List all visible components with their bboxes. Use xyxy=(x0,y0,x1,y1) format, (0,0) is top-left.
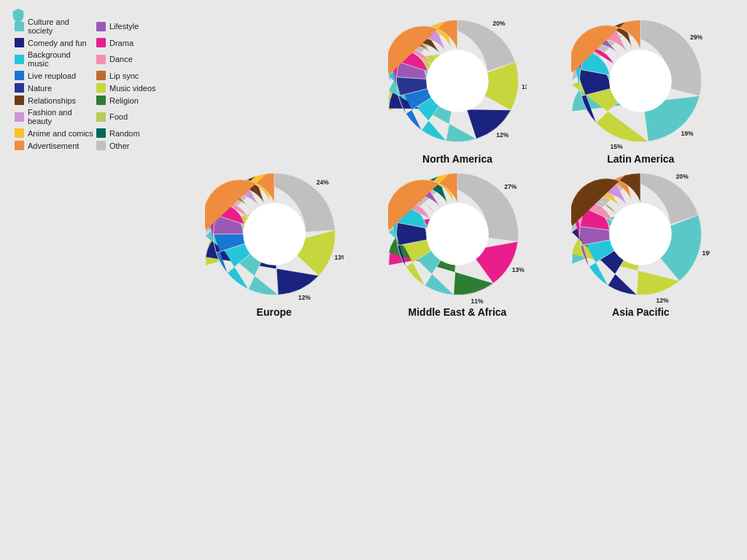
legend-item: Relationships xyxy=(15,96,93,105)
legend-swatch xyxy=(15,96,24,105)
svg-text:19%: 19% xyxy=(703,249,711,257)
logo-icon xyxy=(10,7,26,23)
legend-label: Nature xyxy=(28,84,52,93)
svg-text:15%: 15% xyxy=(611,143,624,150)
legend-item: Religion xyxy=(96,96,175,105)
legend-label: Fashion and beauty xyxy=(28,108,93,125)
legend-label: Comedy and fun xyxy=(28,39,87,47)
svg-text:13%: 13% xyxy=(334,254,343,261)
legend-label: Relationships xyxy=(28,96,76,105)
legend-label: Lip sync xyxy=(109,71,139,80)
chart-label: Europe xyxy=(257,306,292,318)
legend-item: Nature xyxy=(15,83,93,93)
svg-point-4 xyxy=(610,50,673,112)
legend-swatch xyxy=(96,55,106,64)
svg-point-0 xyxy=(426,50,489,112)
content-area: Culture and societyLifestyleComedy and f… xyxy=(15,12,732,318)
svg-text:13%: 13% xyxy=(512,266,525,273)
legend-label: Music videos xyxy=(109,84,156,93)
chart-cell: 24%13%12%Europe xyxy=(182,165,365,318)
svg-text:20%: 20% xyxy=(676,173,689,180)
legend-swatch xyxy=(15,38,24,47)
legend-label: Food xyxy=(109,112,128,121)
legend-item: Dance xyxy=(96,50,175,68)
chart-label: Asia Pacific xyxy=(612,306,670,318)
legend-label: Dance xyxy=(109,55,133,63)
legend-swatch xyxy=(15,71,24,80)
legend-label: Lifestyle xyxy=(109,22,139,31)
chart-cell xyxy=(182,12,365,165)
legend-swatch xyxy=(15,112,24,122)
svg-point-8 xyxy=(243,203,306,265)
chart-cell: 20%19%12%Asia Pacific xyxy=(549,165,732,318)
legend-label: Random xyxy=(109,129,140,138)
legend-swatch xyxy=(96,112,106,122)
legend-swatch xyxy=(96,22,106,31)
legend-item: Music videos xyxy=(96,83,175,93)
legend-label: Culture and society xyxy=(28,18,93,35)
svg-text:29%: 29% xyxy=(690,34,703,41)
legend: Culture and societyLifestyleComedy and f… xyxy=(15,15,175,318)
legend-label: Drama xyxy=(109,39,133,47)
legend-swatch xyxy=(96,71,106,80)
logo xyxy=(10,7,30,23)
svg-text:12%: 12% xyxy=(298,294,311,301)
svg-point-12 xyxy=(426,203,489,265)
legend-label: Background music xyxy=(28,50,93,68)
chart-cell: 29%19%15%Latin America xyxy=(549,12,732,165)
legend-label: Anime and comics xyxy=(28,129,93,138)
svg-text:12%: 12% xyxy=(496,131,509,139)
svg-text:27%: 27% xyxy=(504,183,517,190)
chart-label: Latin America xyxy=(607,153,674,165)
svg-text:20%: 20% xyxy=(492,20,506,27)
legend-item: Lifestyle xyxy=(96,18,175,35)
legend-item: Advertisement xyxy=(15,141,93,150)
legend-swatch xyxy=(15,83,24,93)
legend-swatch xyxy=(96,96,106,105)
legend-label: Religion xyxy=(109,96,139,105)
legend-swatch xyxy=(15,55,24,64)
legend-item: Random xyxy=(96,128,175,138)
legend-swatch xyxy=(96,38,106,47)
chart-cell: 27%13%11%Middle East & Africa xyxy=(365,165,549,318)
svg-text:13%: 13% xyxy=(522,83,527,90)
legend-item: Comedy and fun xyxy=(15,38,93,47)
legend-item: Other xyxy=(96,141,175,150)
page: Culture and societyLifestyleComedy and f… xyxy=(0,0,747,560)
legend-swatch xyxy=(96,128,106,138)
legend-swatch xyxy=(15,128,24,138)
charts-area: 20%13%12%North America29%19%15%Latin Ame… xyxy=(175,12,732,318)
legend-swatch xyxy=(15,141,24,150)
legend-label: Advertisement xyxy=(28,141,79,150)
legend-label: Other xyxy=(109,141,130,150)
legend-item: Live reupload xyxy=(15,71,93,80)
chart-label: Middle East & Africa xyxy=(409,306,507,318)
svg-point-16 xyxy=(610,203,673,265)
chart-label: North America xyxy=(422,153,492,165)
legend-swatch xyxy=(96,83,106,93)
svg-text:11%: 11% xyxy=(471,298,484,303)
svg-text:24%: 24% xyxy=(316,179,329,186)
legend-item: Lip sync xyxy=(96,71,175,80)
legend-item: Fashion and beauty xyxy=(15,108,93,125)
legend-item: Drama xyxy=(96,38,175,47)
legend-label: Live reupload xyxy=(28,71,76,80)
legend-item: Food xyxy=(96,108,175,125)
legend-item: Anime and comics xyxy=(15,128,93,138)
legend-item: Background music xyxy=(15,50,93,68)
svg-text:19%: 19% xyxy=(681,130,694,137)
legend-swatch xyxy=(96,141,106,150)
chart-cell: 20%13%12%North America xyxy=(365,12,549,165)
svg-text:12%: 12% xyxy=(657,297,670,303)
